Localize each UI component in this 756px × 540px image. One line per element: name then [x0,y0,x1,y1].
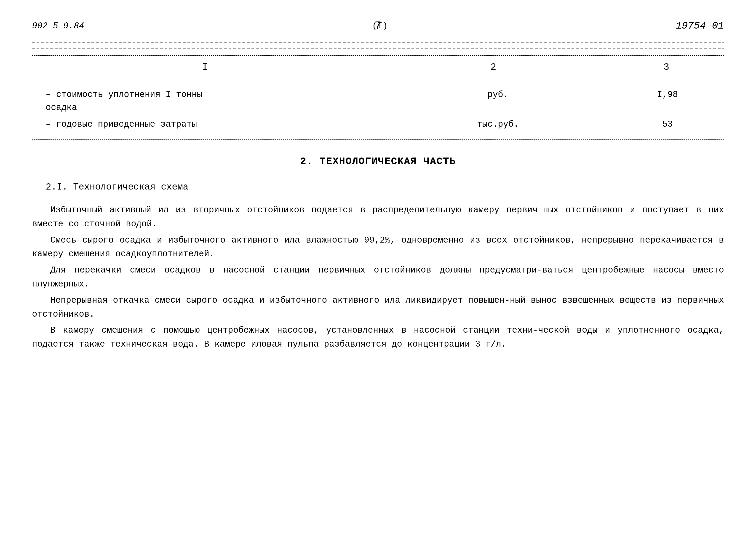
table-row: – стоимость уплотнения I тонны осадка ру… [32,86,724,116]
paragraph-5: В камеру смешения с помощью центробежных… [32,324,724,351]
section-title: 2. ТЕХНОЛОГИЧЕСКАЯ ЧАСТЬ [32,154,724,169]
subsection-title: 2.I. Технологическая схема [32,180,724,194]
paragraph-4: Непрерывная откачка смеси сырого осадка … [32,294,724,322]
table-row2-col2: тыс.руб. [385,118,611,131]
table-col1-header: I [32,60,378,74]
table-row2-col3: 53 [611,118,724,131]
paragraph-2: Смесь сырого осадка и избыточного активн… [32,233,724,261]
page-number: 7 [375,18,381,34]
table-row1-col3: I,98 [611,88,724,101]
table-row1-col2: руб. [385,88,611,101]
page-header: 902–5–9.84 (I) 7 19754–01 [32,18,724,33]
table-body: – стоимость уплотнения I тонны осадка ру… [32,79,724,140]
table-col2-header: 2 [378,60,609,74]
paragraph-3: Для перекачки смеси осадков в насосной с… [32,263,724,291]
table-col3-header: 3 [609,60,724,74]
table-row1-col1: – стоимость уплотнения I тонны осадка [32,88,385,114]
data-table: I 2 3 – стоимость уплотнения I тонны оса… [32,55,724,140]
top-dashed-line-2 [32,48,724,49]
doc-number-right: 19754–01 [676,18,724,33]
doc-number-left: 902–5–9.84 [32,19,84,33]
paragraph-1: Избыточный активный ил из вторичных отст… [32,203,724,231]
table-row2-col1: – годовые приведенные затраты [32,118,385,131]
body-content: Избыточный активный ил из вторичных отст… [32,203,724,351]
table-row: – годовые приведенные затраты тыс.руб. 5… [32,116,724,133]
table-header-row: I 2 3 [32,55,724,79]
